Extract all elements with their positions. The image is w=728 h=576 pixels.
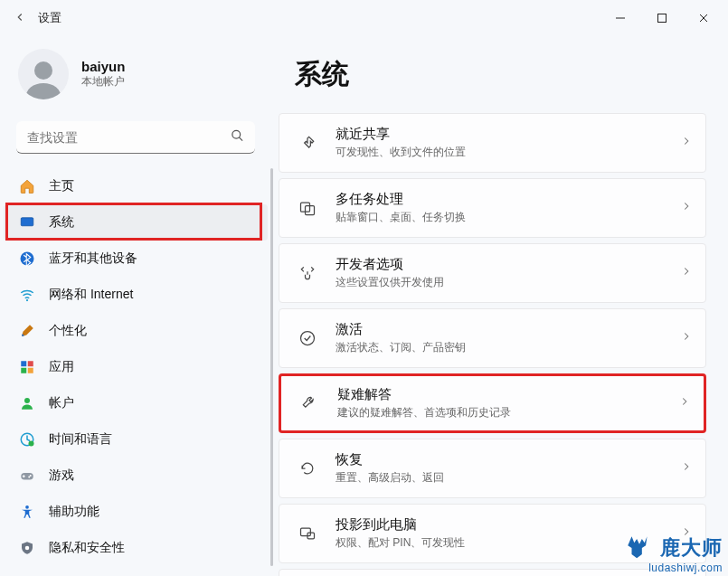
sidebar-item-home[interactable]: 主页 bbox=[0, 168, 271, 204]
minimize-icon bbox=[615, 13, 626, 24]
tile-subtitle: 这些设置仅供开发使用 bbox=[336, 275, 444, 290]
tile-nearby[interactable]: 就近共享 可发现性、收到文件的位置 bbox=[279, 113, 706, 173]
maximize-button[interactable] bbox=[641, 4, 683, 33]
tile-title: 激活 bbox=[336, 321, 466, 338]
tile-title: 开发者选项 bbox=[336, 256, 444, 273]
bluetooth-icon bbox=[18, 250, 36, 267]
project-icon bbox=[296, 524, 319, 543]
sidebar-item-label: 网络和 Internet bbox=[49, 287, 133, 303]
svg-point-2 bbox=[34, 61, 52, 80]
profile-name: baiyun bbox=[81, 59, 125, 74]
chevron-right-icon bbox=[680, 135, 693, 151]
developer-icon bbox=[296, 264, 319, 282]
tile-subtitle: 权限、配对 PIN、可发现性 bbox=[336, 535, 465, 551]
watermark-brand: 鹿大师 bbox=[660, 534, 723, 562]
tile-list: 就近共享 可发现性、收到文件的位置 多任务处理 贴靠窗口、桌面、任务切换 开发者… bbox=[279, 113, 706, 576]
sidebar-item-label: 主页 bbox=[49, 178, 74, 194]
troubleshoot-icon bbox=[298, 394, 321, 412]
tile-multitask[interactable]: 多任务处理 贴靠窗口、桌面、任务切换 bbox=[279, 178, 706, 238]
privacy-icon bbox=[18, 540, 36, 556]
sidebar-item-timelang[interactable]: 时间和语言 bbox=[0, 421, 271, 458]
minimize-button[interactable] bbox=[600, 4, 641, 33]
network-icon bbox=[18, 287, 36, 303]
tile-title: 疑难解答 bbox=[337, 386, 511, 403]
sidebar-item-apps[interactable]: 应用 bbox=[0, 349, 271, 385]
sidebar-item-label: 蓝牙和其他设备 bbox=[49, 250, 137, 267]
avatar[interactable] bbox=[18, 49, 69, 99]
a11y-icon bbox=[18, 504, 36, 520]
sidebar-item-network[interactable]: 网络和 Internet bbox=[0, 277, 271, 313]
multitask-icon bbox=[296, 199, 319, 217]
timelang-icon bbox=[18, 431, 36, 448]
recovery-icon bbox=[296, 459, 319, 477]
sidebar-item-label: 游戏 bbox=[49, 467, 74, 484]
gaming-icon bbox=[18, 467, 36, 484]
apps-icon bbox=[18, 359, 36, 375]
sidebar-item-a11y[interactable]: 辅助功能 bbox=[0, 494, 271, 530]
tile-recovery[interactable]: 恢复 重置、高级启动、返回 bbox=[279, 439, 706, 498]
sidebar-item-label: 系统 bbox=[49, 214, 74, 231]
sidebar-item-label: 时间和语言 bbox=[49, 431, 112, 448]
sidebar-item-personalize[interactable]: 个性化 bbox=[0, 313, 271, 349]
search-icon bbox=[231, 129, 244, 146]
sidebar-item-label: 辅助功能 bbox=[49, 504, 99, 520]
tile-subtitle: 贴靠窗口、桌面、任务切换 bbox=[336, 210, 466, 225]
nav: 主页 系统 蓝牙和其他设备 网络和 Internet 个性化 应用 帐户 时间和… bbox=[0, 168, 271, 566]
main-panel: 系统 就近共享 可发现性、收到文件的位置 多任务处理 贴靠窗口、桌面、任务切换 … bbox=[271, 36, 728, 576]
watermark: 鹿大师 ludashiwj.com bbox=[624, 533, 723, 574]
home-icon bbox=[18, 178, 36, 194]
chevron-right-icon bbox=[680, 265, 693, 281]
deer-icon bbox=[624, 533, 655, 563]
chevron-right-icon bbox=[678, 395, 691, 411]
sidebar-item-privacy[interactable]: 隐私和安全性 bbox=[0, 530, 271, 566]
svg-line-4 bbox=[239, 137, 242, 141]
tile-subtitle: 激活状态、订阅、产品密钥 bbox=[336, 340, 466, 355]
tile-subtitle: 可发现性、收到文件的位置 bbox=[336, 145, 466, 160]
search-input[interactable] bbox=[16, 121, 255, 154]
chevron-right-icon bbox=[680, 460, 693, 477]
tile-subtitle: 建议的疑难解答、首选项和历史记录 bbox=[337, 405, 511, 420]
system-icon bbox=[18, 214, 36, 231]
sidebar-item-label: 应用 bbox=[49, 359, 74, 375]
avatar-icon bbox=[22, 56, 65, 99]
search-container bbox=[16, 121, 255, 154]
back-icon bbox=[14, 11, 26, 24]
svg-point-3 bbox=[232, 130, 241, 138]
tile-activation[interactable]: 激活 激活状态、订阅、产品密钥 bbox=[279, 308, 706, 368]
svg-rect-1 bbox=[658, 14, 667, 23]
sidebar-item-label: 帐户 bbox=[49, 395, 74, 411]
app-title: 设置 bbox=[38, 10, 61, 26]
sidebar-item-label: 个性化 bbox=[49, 323, 87, 339]
profile-subtitle: 本地帐户 bbox=[81, 74, 125, 90]
tile-troubleshoot[interactable]: 疑难解答 建议的疑难解答、首选项和历史记录 bbox=[279, 373, 706, 433]
sidebar-item-label: 隐私和安全性 bbox=[49, 540, 125, 556]
activation-icon bbox=[296, 329, 319, 347]
tile-title: 多任务处理 bbox=[336, 191, 466, 208]
chevron-right-icon bbox=[680, 330, 693, 346]
tile-title: 投影到此电脑 bbox=[336, 516, 465, 534]
close-button[interactable] bbox=[683, 4, 724, 33]
sidebar-item-gaming[interactable]: 游戏 bbox=[0, 458, 271, 494]
chevron-right-icon bbox=[680, 200, 693, 216]
tile-developer[interactable]: 开发者选项 这些设置仅供开发使用 bbox=[279, 243, 706, 303]
nearby-icon bbox=[296, 134, 319, 152]
tile-title: 恢复 bbox=[336, 451, 444, 468]
watermark-url: ludashiwj.com bbox=[624, 562, 723, 574]
sidebar-item-system[interactable]: 系统 bbox=[4, 204, 268, 241]
tile-title: 就近共享 bbox=[336, 126, 466, 143]
personalize-icon bbox=[18, 323, 36, 339]
sidebar-item-bluetooth[interactable]: 蓝牙和其他设备 bbox=[0, 241, 271, 277]
sidebar-item-accounts[interactable]: 帐户 bbox=[0, 385, 271, 421]
sidebar: baiyun 本地帐户 主页 系统 蓝牙和其他设备 网络和 bbox=[0, 36, 271, 576]
page-title: 系统 bbox=[295, 56, 706, 93]
tile-subtitle: 重置、高级启动、返回 bbox=[336, 470, 444, 486]
close-icon bbox=[698, 13, 709, 24]
back-button[interactable] bbox=[4, 11, 36, 26]
accounts-icon bbox=[18, 395, 36, 411]
maximize-icon bbox=[657, 13, 667, 24]
